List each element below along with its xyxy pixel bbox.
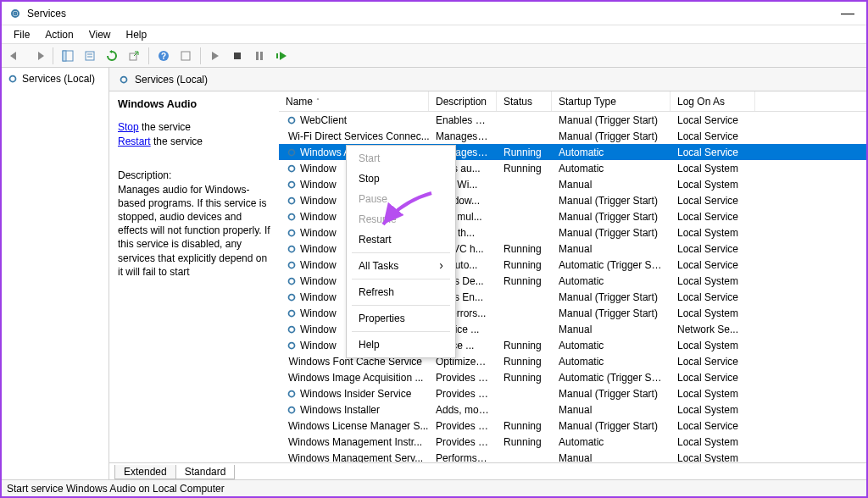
ctx-all-tasks[interactable]: All Tasks — [347, 256, 455, 276]
ctx-refresh[interactable]: Refresh — [347, 282, 455, 302]
cell-status: Running — [497, 259, 552, 271]
gear-icon — [7, 73, 19, 85]
cell-logon: Local System — [670, 179, 755, 191]
service-row[interactable]: Windows InstallerAdds, modifi...ManualLo… — [279, 401, 866, 418]
cell-status: Running — [497, 275, 552, 287]
ctx-stop[interactable]: Stop — [347, 169, 455, 189]
tab-standard[interactable]: Standard — [175, 465, 236, 479]
svg-point-27 — [289, 278, 295, 284]
status-text: Start service Windows Audio on Local Com… — [7, 483, 225, 495]
cell-startup: Manual (Trigger Start) — [552, 388, 670, 400]
cell-logon: Local Service — [670, 211, 755, 223]
cell-logon: Local System — [670, 163, 755, 174]
svg-point-15 — [10, 76, 16, 82]
services-window: Services — File Action View Help ? Servi… — [0, 0, 868, 498]
ctx-properties[interactable]: Properties — [347, 308, 455, 329]
export-button[interactable] — [125, 47, 143, 65]
cell-logon: Local System — [670, 404, 755, 416]
cell-name: Windows Image Acquisition ... — [279, 372, 429, 384]
cell-startup: Manual — [552, 452, 670, 463]
cell-status: Running — [497, 436, 552, 448]
ctx-restart[interactable]: Restart — [347, 230, 455, 250]
col-header-logon[interactable]: Log On As — [670, 91, 755, 111]
tab-extended[interactable]: Extended — [114, 465, 176, 479]
cell-startup: Automatic — [552, 436, 670, 448]
stop-service-button[interactable] — [228, 47, 247, 65]
main-area: Services (Local) Services (Local) Window… — [2, 68, 866, 479]
menu-action[interactable]: Action — [38, 27, 80, 42]
cell-status: Running — [497, 420, 552, 432]
cell-startup: Automatic (Trigger Start) — [552, 259, 670, 271]
ctx-help[interactable]: Help — [347, 335, 455, 355]
cell-startup: Manual (Trigger Start) — [552, 114, 670, 126]
cell-logon: Local Service — [670, 420, 755, 432]
svg-text:?: ? — [161, 52, 166, 61]
forward-button[interactable] — [29, 47, 47, 65]
list-pane: Name˄ Description Status Startup Type Lo… — [279, 91, 866, 462]
cell-logon: Local Service — [670, 259, 755, 271]
service-row[interactable]: WebClientEnables Win...Manual (Trigger S… — [279, 112, 866, 128]
stop-service-link[interactable]: Stop — [118, 121, 139, 133]
service-row[interactable]: Windows Management Serv...Performs ma...… — [279, 450, 866, 462]
svg-rect-12 — [256, 52, 259, 60]
cell-logon: Local System — [670, 388, 755, 400]
details-pane: Windows Audio Stop the service Restart t… — [109, 91, 279, 462]
cell-startup: Manual (Trigger Start) — [552, 307, 670, 319]
ctx-start: Start — [347, 148, 455, 169]
cell-description: Provides infr... — [429, 420, 497, 432]
svg-rect-4 — [86, 52, 94, 60]
svg-point-25 — [289, 246, 295, 252]
cell-description: Performs ma... — [429, 452, 497, 463]
svg-point-28 — [289, 294, 295, 300]
pause-service-button[interactable] — [250, 47, 269, 65]
cell-logon: Local Service — [670, 130, 755, 142]
cell-status: Running — [497, 356, 552, 368]
description-label: Description: — [118, 169, 270, 181]
cell-description: Provides a c... — [429, 436, 497, 448]
cell-startup: Manual (Trigger Start) — [552, 211, 670, 223]
menu-help[interactable]: Help — [120, 27, 154, 42]
svg-point-26 — [289, 262, 295, 268]
ctx-pause: Pause — [347, 189, 455, 209]
col-header-startup[interactable]: Startup Type — [552, 91, 670, 111]
cell-logon: Local System — [670, 452, 755, 463]
title-bar: Services — — [2, 2, 866, 25]
minimize-button[interactable]: — — [836, 6, 860, 21]
service-row[interactable]: Windows Image Acquisition ...Provides im… — [279, 369, 866, 385]
content-pane: Services (Local) Windows Audio Stop the … — [109, 68, 866, 479]
start-service-button[interactable] — [206, 47, 225, 65]
restart-service-button[interactable] — [272, 47, 291, 65]
svg-point-19 — [289, 149, 295, 155]
list-toolbar-button[interactable] — [176, 47, 195, 65]
svg-point-30 — [289, 326, 295, 332]
col-header-description[interactable]: Description — [429, 91, 497, 111]
cell-startup: Automatic — [552, 147, 670, 158]
menu-file[interactable]: File — [7, 27, 36, 42]
col-header-name[interactable]: Name˄ — [279, 91, 429, 111]
menu-view[interactable]: View — [82, 27, 118, 42]
navigation-pane: Services (Local) — [2, 68, 109, 479]
app-gear-icon — [8, 7, 22, 20]
service-row[interactable]: Wi-Fi Direct Services Connec...Manages c… — [279, 128, 866, 144]
properties-toolbar-button[interactable] — [81, 47, 99, 65]
help-toolbar-button[interactable]: ? — [154, 47, 173, 65]
refresh-button[interactable] — [103, 47, 121, 65]
cell-logon: Local Service — [670, 356, 755, 368]
back-button[interactable] — [7, 47, 25, 65]
col-header-status[interactable]: Status — [497, 91, 552, 111]
cell-logon: Local System — [670, 436, 755, 448]
list-header: Name˄ Description Status Startup Type Lo… — [279, 91, 866, 112]
svg-point-1 — [14, 12, 17, 14]
restart-service-link[interactable]: Restart — [118, 136, 151, 147]
cell-startup: Manual (Trigger Start) — [552, 130, 670, 142]
service-row[interactable]: Windows Insider ServiceProvides infr...M… — [279, 385, 866, 401]
svg-point-22 — [289, 197, 295, 203]
svg-point-29 — [289, 310, 295, 316]
nav-services-local[interactable]: Services (Local) — [5, 71, 105, 86]
cell-startup: Manual — [552, 179, 670, 191]
service-row[interactable]: Windows License Manager S...Provides inf… — [279, 418, 866, 434]
show-hide-tree-button[interactable] — [58, 47, 77, 65]
cell-logon: Local System — [670, 340, 755, 351]
service-row[interactable]: Windows Management Instr...Provides a c.… — [279, 434, 866, 450]
cell-status: Running — [497, 372, 552, 384]
